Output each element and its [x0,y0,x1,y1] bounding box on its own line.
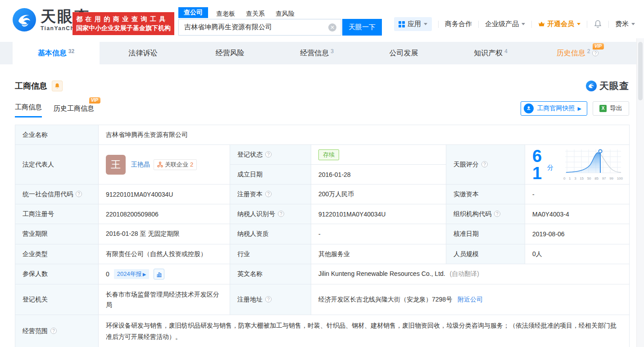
scrollbar-thumb[interactable] [638,42,643,100]
tab-intellectual-property[interactable]: 知识产权 4 [447,42,534,64]
table-row: 参保人数 0 2024年报▶ 英文名称 Jilin Kunteng Renewa [15,264,630,284]
tab-company-development[interactable]: 公司发展 [360,42,447,64]
stamp-icon [524,104,534,113]
help-icon[interactable]: ? [76,191,82,197]
field-label: 法定代表人 [15,145,99,185]
field-label: 登记机关 [15,284,99,315]
search-area: 查公司 查老板 查关系 查风险 ✕ 天眼一下 [178,7,382,36]
username: 费米 [615,20,629,28]
main-content: 工商信息 天眼查 工商信息 VIP 历史工商信息 工商官网快照 ▶ [0,80,644,347]
field-label: 纳税人识别号? [230,204,311,224]
official-snapshot-button[interactable]: 工商官网快照 ▶ [521,101,587,116]
english-name-cell: Jilin Kunteng Renewable Resources Co., L… [311,264,630,284]
search-tab-boss[interactable]: 查老板 [216,10,235,18]
divider [478,21,479,28]
search-tab-company[interactable]: 查公司 [178,7,208,18]
help-icon[interactable]: ? [481,161,488,167]
business-cooperation-link[interactable]: 商务合作 [445,20,472,28]
subscribe-bell-icon[interactable] [52,81,63,91]
help-icon[interactable]: ? [592,50,599,56]
insured-cell: 0 2024年报▶ [99,264,230,284]
page-scrollbar[interactable] [636,38,644,347]
tab-legal-proceedings[interactable]: 法律诉讼 [100,42,186,64]
help-icon[interactable]: ? [278,211,284,217]
related-companies-badge[interactable]: 关联企业 2 [154,159,197,170]
enterprise-products-menu[interactable]: 企业级产品 [485,20,525,28]
brand-slogan-banner: 都在用的商业查询工具 国家中小企业发展子基金旗下机构 [73,12,174,35]
tianyancha-swirl-icon [13,8,36,32]
field-label: 营业期限 [15,224,99,244]
arrow-right-icon: ▶ [578,106,581,112]
tab-operational-risk[interactable]: 经营风险 [186,42,273,64]
field-label: 参保人数 [15,264,99,284]
subtab-history-registration[interactable]: VIP 历史工商信息 [54,104,94,117]
subtab-business-registration[interactable]: 工商信息 [15,103,42,117]
tab-history-info[interactable]: VIP 历史信息 2 ? [534,42,621,64]
field-label: 统一社会信用代码? [15,185,99,204]
excel-icon: X [599,105,607,112]
vip-badge: VIP [593,43,604,50]
tab-business-info[interactable]: 经营信息 3 [273,42,360,64]
field-label: 注册地址? [230,284,311,315]
search-tab-risk[interactable]: 查风险 [276,10,295,18]
address-value: 经济开发区长吉北线兴隆大街（安龙泉）7298号 [318,296,452,303]
org-chart-icon [157,162,163,167]
slogan-line2: 国家中小企业发展子基金旗下机构 [76,23,171,32]
company-name-value: 吉林省坤腾再生资源有限公司 [99,125,630,145]
english-name-value: Jilin Kunteng Renewable Resources Co., L… [318,270,445,277]
table-row: 企业名称 吉林省坤腾再生资源有限公司 [15,125,630,145]
auto-translate-note: (自动翻译) [450,270,479,277]
table-row: 企业类型 有限责任公司（自然人投资或控股） 行业 其他服务业 人员规模 0人 [15,244,630,264]
field-label: 成立日期 [230,165,311,185]
legal-rep-cell: 王 王艳晶 关联企业 2 [99,145,230,185]
help-icon[interactable]: ? [494,211,500,217]
chevron-down-icon [522,23,525,25]
tab-basic-info[interactable]: 基本信息 32 [13,42,100,64]
user-account-menu[interactable]: 费米 [615,20,635,28]
status-cell: 存续 [311,145,446,165]
search-input[interactable] [179,19,341,35]
clear-search-icon[interactable]: ✕ [328,23,336,32]
export-button[interactable]: X 导出 [593,101,629,116]
taxpayer-quality-value: - [311,224,446,244]
search-button[interactable]: 天眼一下 [342,19,382,36]
divider [438,21,439,28]
annual-report-badge[interactable]: 2024年报▶ [114,269,150,279]
vip-upgrade-menu[interactable]: 开通会员 [538,20,581,28]
search-box: ✕ [178,19,341,36]
field-label: 企业类型 [15,244,99,264]
reg-capital-value: 200万人民币 [311,185,446,204]
tianyancha-swirl-icon [586,81,597,91]
help-icon[interactable]: ? [265,191,272,197]
watermark-logo-text: 天眼查 [599,80,629,92]
tab-count: 2 [587,48,590,54]
table-row: 经营范围? 环保设备研发与销售，废旧纺织品研发与销售，防寒大棚被加工与销售，时装… [15,315,630,347]
trend-chart-icon[interactable] [154,269,164,279]
help-icon[interactable]: ? [265,296,272,302]
apps-grid-icon [399,21,405,27]
apps-menu[interactable]: 应用 [394,17,432,31]
table-row: 营业期限 2016-01-28 至 无固定期限 纳税人资质 - 核准日期 201… [15,224,630,244]
industry-value: 其他服务业 [311,244,446,264]
field-label: 纳税人资质 [230,224,311,244]
help-icon[interactable]: ? [265,151,272,158]
field-label: 企业名称 [15,125,99,145]
search-tabs: 查公司 查老板 查关系 查风险 [178,7,382,18]
vip-badge: VIP [89,97,100,104]
score-chart-ticks: 01 315 5085 9799 100 [563,176,623,180]
nearby-companies-link[interactable]: 附近公司 [458,296,483,303]
company-nav-tabs: 基本信息 32 法律诉讼 经营风险 经营信息 3 公司发展 知识产权 4 VIP… [0,42,644,64]
field-label: 经营范围? [15,315,99,347]
approval-date-value: 2019-08-06 [525,224,630,244]
avatar[interactable]: 王 [106,155,126,175]
notifications-bell-icon[interactable] [594,20,602,28]
divider [608,21,609,28]
field-label: 英文名称 [230,264,311,284]
legal-rep-link[interactable]: 王艳晶 [131,161,150,169]
search-tab-relation[interactable]: 查关系 [246,10,265,18]
table-row: 统一社会信用代码? 91220101MA0Y40034U 注册资本? 200万人… [15,185,630,204]
table-row: 法定代表人 王 王艳晶 关联企业 2 [15,145,630,165]
help-icon[interactable]: ? [50,328,57,334]
field-label: 组织机构代码? [446,204,525,224]
status-badge: 存续 [318,149,339,160]
